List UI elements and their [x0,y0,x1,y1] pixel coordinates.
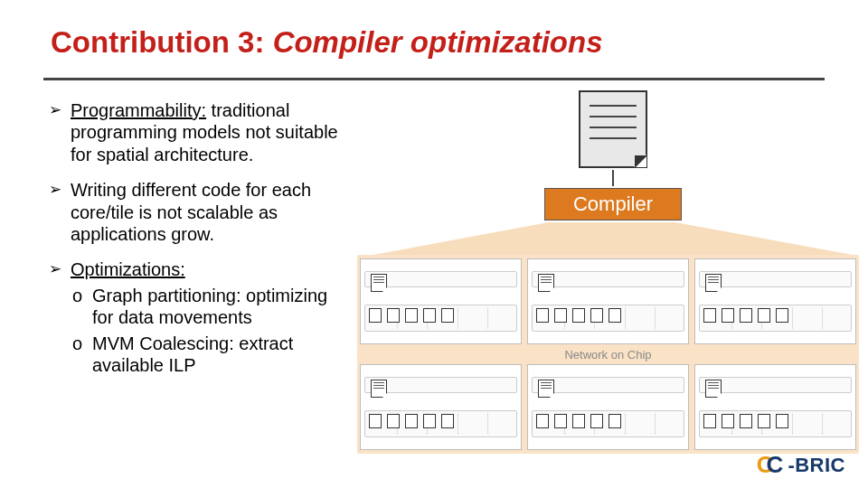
document-icon [703,308,716,323]
core-row [532,305,684,332]
connector-line [612,170,614,186]
circle-icon: o [72,285,82,306]
document-icon [536,308,549,323]
fan-out-shape [373,222,853,255]
bullet-item: ➢ Programmability: traditional programmi… [49,99,347,165]
sub-bullet: o Graph partitioning: optimizing for dat… [72,285,347,329]
document-icon [609,414,621,428]
chip-grid: Network on Chip [357,255,859,454]
tile [694,258,856,344]
document-icon [441,414,454,428]
compiler-label: Compiler [573,192,653,216]
document-icon [405,308,418,323]
title-rule [43,78,825,80]
document-icon [441,308,454,323]
core-row [699,410,852,437]
diagram-pane: Compiler [357,90,859,452]
document-icon [705,380,722,398]
document-icon [405,414,418,428]
document-icon [423,308,436,323]
document-icon [579,90,647,168]
tile [360,258,522,344]
bullet-heading: Optimizations: [71,259,185,279]
bullet-body: Writing different code for each core/til… [71,180,311,244]
tile [527,258,689,344]
slide-title: Contribution 3: Compiler optimizations [51,25,602,60]
chevron-right-icon: ➢ [49,181,61,200]
circle-icon: o [72,333,82,354]
core-row [699,305,852,332]
document-icon [369,414,382,428]
tile [360,364,522,450]
tile [694,364,856,450]
core-row [364,410,517,437]
document-icon [536,414,549,428]
document-icon [387,308,400,323]
sub-bullet-text: MVM Coalescing: extract available ILP [92,333,293,375]
document-icon [369,308,382,323]
document-icon [423,414,436,428]
document-icon [387,414,400,428]
logo-c-inner: C [767,451,784,479]
document-icon [758,308,770,323]
shared-memory-block [364,271,517,287]
title-plain: Contribution 3: [51,25,264,59]
document-icon [590,308,603,323]
shared-memory-block [364,377,517,393]
sub-bullet: o MVM Coalescing: extract available ILP [72,333,347,377]
document-icon [371,380,387,398]
document-icon [371,274,387,292]
shared-memory-block [699,377,852,393]
document-icon [722,414,734,428]
document-icon [572,308,585,323]
document-icon [554,414,567,428]
bullet-list: ➢ Programmability: traditional programmi… [49,99,347,389]
document-icon [590,414,603,428]
cbric-logo: C C -BRIC [757,451,845,479]
document-icon [572,414,585,428]
sub-bullet-text: Graph partitioning: optimizing for data … [92,286,327,327]
chevron-right-icon: ➢ [49,260,61,279]
document-icon [776,414,788,428]
document-icon [740,414,752,428]
core-row [532,410,684,437]
core-row [364,305,517,332]
document-icon [722,308,734,323]
document-icon [703,414,716,428]
document-icon [554,308,567,323]
document-icon [538,274,554,292]
document-icon [705,274,722,292]
chevron-right-icon: ➢ [49,101,61,120]
bullet-heading: Programmability: [71,100,206,120]
compiler-box: Compiler [544,188,682,221]
noc-label: Network on Chip [360,348,856,361]
document-icon [538,380,554,398]
document-icon [609,308,621,323]
document-icon [758,414,770,428]
shared-memory-block [699,271,852,287]
bullet-item: ➢ Writing different code for each core/t… [49,179,347,245]
logo-text: -BRIC [788,454,845,477]
title-italic: Compiler optimizations [273,25,603,59]
document-icon [740,308,752,323]
shared-memory-block [532,377,684,393]
shared-memory-block [532,271,684,287]
document-icon [776,308,788,323]
bullet-item: ➢ Optimizations: o Graph partitioning: o… [49,258,347,376]
tile [527,364,689,450]
